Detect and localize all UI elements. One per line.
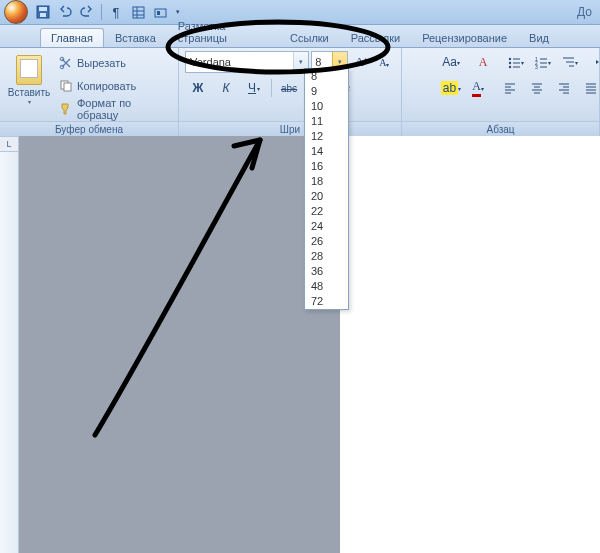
font-name-value: Verdana [186,56,293,68]
font-size-option[interactable]: 11 [305,114,348,129]
font-size-value: 8 [312,56,332,68]
font-size-option[interactable]: 28 [305,249,348,264]
svg-text:3: 3 [535,64,538,69]
tab-mailings[interactable]: Рассылки [340,28,411,47]
font-size-dropdown-list: 891011121416182022242628364872 [304,68,349,310]
font-size-option[interactable]: 22 [305,204,348,219]
font-size-option[interactable]: 14 [305,144,348,159]
underline-button[interactable]: Ч▾ [241,77,267,99]
svg-rect-3 [133,7,144,18]
group-font: Verdana ▾ 8 ▾ A▴ A▾ Ж К Ч▾ abє x2 x2 Шри [179,48,402,138]
qat-redo-icon[interactable] [77,2,97,22]
align-right-icon [557,81,571,95]
clear-formatting-button[interactable]: A [470,51,496,73]
tab-insert[interactable]: Вставка [104,28,167,47]
paste-button[interactable]: Вставить ▾ [6,51,52,122]
font-size-option[interactable]: 16 [305,159,348,174]
shrink-font-button[interactable]: A▾ [374,51,395,73]
bullets-icon [507,55,521,69]
tab-references[interactable]: Ссылки [279,28,340,47]
format-painter-label: Формат по образцу [77,97,167,121]
font-size-option[interactable]: 12 [305,129,348,144]
copy-label: Копировать [77,80,136,92]
font-size-option[interactable]: 9 [305,84,348,99]
outdent-icon [594,55,600,69]
decrease-indent-button[interactable] [588,51,600,73]
cut-button[interactable]: Вырезать [54,52,172,74]
numbering-button[interactable]: 123▾ [529,51,555,73]
align-right-button[interactable] [551,77,577,99]
bold-button[interactable]: Ж [185,77,211,99]
svg-point-13 [508,58,510,60]
title-bar: ¶ ▾ До [0,0,600,25]
separator [271,79,272,97]
tab-home[interactable]: Главная [40,28,104,47]
qat-separator [101,4,102,20]
paste-label: Вставить [8,87,50,98]
ribbon: Вставить ▾ Вырезать Копировать Формат по… [0,48,600,139]
window-title: До [577,5,592,19]
numbering-icon: 123 [534,55,548,69]
document-area [0,136,600,553]
ribbon-tabs: Главная Вставка Разметка страницы Ссылки… [0,25,600,48]
tab-page-layout[interactable]: Разметка страницы [167,16,279,47]
font-size-option[interactable]: 26 [305,234,348,249]
font-size-option[interactable]: 18 [305,174,348,189]
justify-icon [584,81,598,95]
justify-button[interactable] [578,77,600,99]
italic-button[interactable]: К [213,77,239,99]
tab-view[interactable]: Вид [518,28,560,47]
scissors-icon [59,56,73,70]
qat-save-icon[interactable] [33,2,53,22]
highlight-button[interactable]: ab▾ [438,77,464,99]
font-size-option[interactable]: 10 [305,99,348,114]
group-paragraph: Aa▾ A ▾ 123▾ ▾ ab▾ A▾ ▾ Абзац [402,48,600,138]
svg-rect-12 [64,83,71,91]
font-size-option[interactable]: 36 [305,264,348,279]
qat-pilcrow-icon[interactable]: ¶ [106,2,126,22]
font-size-option[interactable]: 8 [305,69,348,84]
align-center-button[interactable] [524,77,550,99]
bullets-button[interactable]: ▾ [502,51,528,73]
svg-rect-1 [39,7,47,11]
cut-label: Вырезать [77,57,126,69]
ruler-corner[interactable]: L [0,136,19,152]
align-left-button[interactable] [497,77,523,99]
multilevel-icon [561,55,575,69]
svg-rect-2 [40,13,46,17]
qat-table-icon[interactable] [128,2,148,22]
svg-point-15 [508,66,510,68]
font-size-option[interactable]: 72 [305,294,348,309]
office-button[interactable] [4,0,28,24]
font-color-button[interactable]: A▾ [465,77,491,99]
document-page[interactable] [339,136,600,553]
paste-icon [16,55,42,85]
font-size-option[interactable]: 20 [305,189,348,204]
svg-rect-8 [157,11,160,15]
font-size-option[interactable]: 48 [305,279,348,294]
copy-icon [59,79,73,93]
font-name-combo[interactable]: Verdana ▾ [185,51,309,73]
strikethrough-button[interactable]: abє [276,77,302,99]
multilevel-list-button[interactable]: ▾ [556,51,582,73]
brush-icon [59,102,73,116]
qat-undo-icon[interactable] [55,2,75,22]
svg-point-14 [508,62,510,64]
copy-button[interactable]: Копировать [54,75,172,97]
vertical-ruler [0,136,19,553]
font-size-option[interactable]: 24 [305,219,348,234]
page-margin-area [19,136,339,553]
align-center-icon [530,81,544,95]
change-case-button[interactable]: Aa▾ [438,51,464,73]
tab-review[interactable]: Рецензирование [411,28,518,47]
svg-rect-7 [155,9,166,17]
grow-font-button[interactable]: A▴ [350,51,371,73]
align-left-icon [503,81,517,95]
group-clipboard: Вставить ▾ Вырезать Копировать Формат по… [0,48,179,138]
format-painter-button[interactable]: Формат по образцу [54,98,172,120]
